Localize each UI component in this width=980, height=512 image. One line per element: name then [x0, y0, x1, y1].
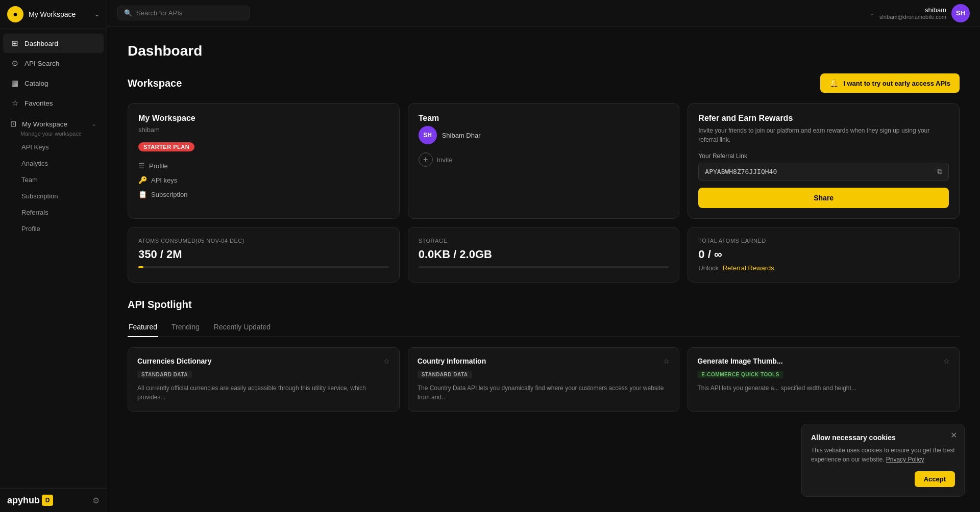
search-input[interactable]: [136, 9, 243, 17]
storage-bar-track: [419, 266, 669, 268]
atoms-bar-fill: [138, 266, 143, 268]
referral-title: Refer and Earn Rewards: [698, 114, 949, 123]
privacy-policy-link[interactable]: Privacy Policy: [886, 456, 924, 463]
copy-icon[interactable]: ⧉: [937, 167, 942, 176]
cookie-close-icon[interactable]: ✕: [950, 430, 957, 440]
sidebar-item-analytics[interactable]: Analytics: [14, 156, 101, 171]
favorites-icon: ☆: [10, 98, 19, 108]
apyhub-logo: apyhub D: [7, 495, 53, 506]
star-icon-country[interactable]: ☆: [663, 357, 670, 365]
workspace-card-subtitle: shibam: [138, 126, 389, 134]
sidebar-item-team[interactable]: Team: [14, 172, 101, 188]
sidebar-item-referrals[interactable]: Referrals: [14, 204, 101, 220]
sidebar-item-api-keys[interactable]: API Keys: [14, 139, 101, 155]
sidebar-item-dashboard[interactable]: ⊞ Dashboard: [3, 34, 104, 53]
profile-link-label: Profile: [149, 162, 168, 170]
api-card-image-thumb: Generate Image Thumb... ☆ E-COMMERCE QUI…: [688, 347, 960, 412]
sidebar-item-label: Favorites: [24, 99, 53, 107]
apyhub-text: apyhub: [7, 495, 40, 506]
stats-row: ATOMS CONSUMED(05 NOV-04 DEC) 350 / 2M S…: [128, 227, 960, 283]
member-avatar: SH: [419, 126, 437, 144]
spotlight-title: API Spotlight: [128, 299, 960, 311]
sidebar-item-favorites[interactable]: ☆ Favorites: [3, 93, 104, 113]
sidebar-item-api-search[interactable]: ⊙ API Search: [3, 54, 104, 73]
storage-label: STORAGE: [419, 238, 669, 244]
early-access-button[interactable]: 🔔 I want to try out early access APIs: [820, 73, 960, 93]
workspace-chevron-icon: ⌄: [94, 11, 100, 18]
my-workspace-icon: ⊡: [10, 119, 17, 129]
early-access-icon: 🔔: [829, 79, 839, 88]
cookie-text: This website uses cookies to ensure you …: [811, 446, 955, 464]
sidebar-nav: ⊞ Dashboard ⊙ API Search ▦ Catalog ☆ Fav…: [0, 29, 107, 488]
sidebar-item-profile[interactable]: Profile: [14, 221, 101, 237]
atoms-consumed-label: ATOMS CONSUMED(05 NOV-04 DEC): [138, 238, 389, 244]
api-country-description: The Country Data API lets you dynamicall…: [418, 383, 670, 402]
tab-featured[interactable]: Featured: [128, 319, 158, 337]
star-icon-currencies[interactable]: ☆: [383, 357, 390, 365]
api-card-country-header: Country Information ☆: [418, 357, 670, 365]
star-icon-image[interactable]: ☆: [943, 357, 950, 365]
workspace-section-title: Workspace: [128, 78, 182, 89]
subscription-link-label: Subscription: [151, 191, 188, 198]
api-currencies-description: All currently official currencies are ea…: [137, 383, 390, 402]
topbar-right: ⌄ shibam shibam@dronamobile.com SH: [869, 4, 970, 22]
api-cards-row: Currencies Dictionary ☆ STANDARD DATA Al…: [128, 347, 960, 412]
tab-recently-updated[interactable]: Recently Updated: [213, 319, 272, 337]
unlock-text: Unlock Referral Rewards: [698, 264, 949, 272]
user-name: shibam: [879, 6, 946, 14]
dashboard-icon: ⊞: [10, 39, 19, 48]
cookie-accept-button[interactable]: Accept: [915, 471, 955, 487]
team-member-row: SH Shibam Dhar: [419, 126, 669, 144]
tab-trending[interactable]: Trending: [170, 319, 201, 337]
profile-link-icon: ☰: [138, 162, 145, 170]
workspace-selector[interactable]: ● My Workspace ⌄: [0, 0, 107, 29]
api-image-name: Generate Image Thumb...: [697, 357, 782, 365]
top-cards-row: My Workspace shibam STARTER PLAN ☰ Profi…: [128, 103, 960, 219]
referral-card: Refer and Earn Rewards Invite your frien…: [688, 103, 960, 219]
catalog-icon: ▦: [10, 79, 19, 88]
referral-description: Invite your friends to join our platform…: [698, 126, 949, 144]
invite-row[interactable]: + Invite: [419, 150, 669, 169]
api-card-country: Country Information ☆ STANDARD DATA The …: [408, 347, 680, 412]
invite-plus-icon: +: [419, 152, 433, 167]
sidebar-my-workspace-section: ⊡ My Workspace ⌄ Manage your workspace A…: [3, 113, 104, 238]
api-spotlight-section: API Spotlight Featured Trending Recently…: [128, 299, 960, 412]
workspace-section-header: Workspace 🔔 I want to try out early acce…: [128, 73, 960, 93]
api-currencies-name: Currencies Dictionary: [137, 357, 212, 365]
early-access-label: I want to try out early access APIs: [843, 80, 950, 87]
search-icon: 🔍: [124, 9, 132, 17]
workspace-api-keys-link[interactable]: 🔑 API keys: [138, 173, 389, 187]
share-button[interactable]: Share: [698, 188, 949, 208]
api-country-name: Country Information: [418, 357, 486, 365]
referral-link-label: Your Referral Link: [698, 152, 949, 160]
invite-label: Invite: [437, 156, 453, 164]
atoms-bar-track: [138, 266, 389, 268]
workspace-name-label: My Workspace: [29, 10, 76, 18]
total-atoms-card: TOTAL ATOMS EARNED 0 / ∞ Unlock Referral…: [688, 227, 960, 283]
atoms-consumed-card: ATOMS CONSUMED(05 NOV-04 DEC) 350 / 2M: [128, 227, 400, 283]
sidebar-bottom: apyhub D ⚙: [0, 488, 107, 512]
workspace-subscription-link[interactable]: 📋 Subscription: [138, 187, 389, 201]
workspace-children: API Keys Analytics Team Subscription Ref…: [14, 139, 101, 237]
user-avatar[interactable]: SH: [951, 4, 970, 22]
sidebar-item-subscription[interactable]: Subscription: [14, 188, 101, 204]
storage-value: 0.0KB / 2.0GB: [419, 248, 669, 261]
api-card-image-header: Generate Image Thumb... ☆: [697, 357, 950, 365]
topbar: 🔍 ⌄ shibam shibam@dronamobile.com SH: [107, 0, 980, 27]
referral-rewards-link[interactable]: Referral Rewards: [723, 264, 774, 272]
settings-icon[interactable]: ⚙: [92, 496, 100, 505]
member-name: Shibam Dhar: [442, 132, 481, 139]
search-icon: ⊙: [10, 59, 19, 68]
api-card-currencies-header: Currencies Dictionary ☆: [137, 357, 390, 365]
search-bar[interactable]: 🔍: [117, 6, 250, 20]
sidebar: ● My Workspace ⌄ ⊞ Dashboard ⊙ API Searc…: [0, 0, 107, 512]
my-workspace-label: My Workspace: [22, 120, 67, 128]
total-atoms-label: TOTAL ATOMS EARNED: [698, 238, 949, 244]
api-country-tag: STANDARD DATA: [418, 371, 472, 378]
topbar-chevron-icon: ⌄: [869, 10, 874, 17]
workspace-profile-link[interactable]: ☰ Profile: [138, 159, 389, 173]
sidebar-item-label: API Search: [24, 60, 59, 67]
sidebar-item-catalog[interactable]: ▦ Catalog: [3, 73, 104, 93]
workspace-sub-label: Manage your workspace: [20, 131, 101, 139]
sidebar-item-label: Catalog: [24, 80, 48, 87]
